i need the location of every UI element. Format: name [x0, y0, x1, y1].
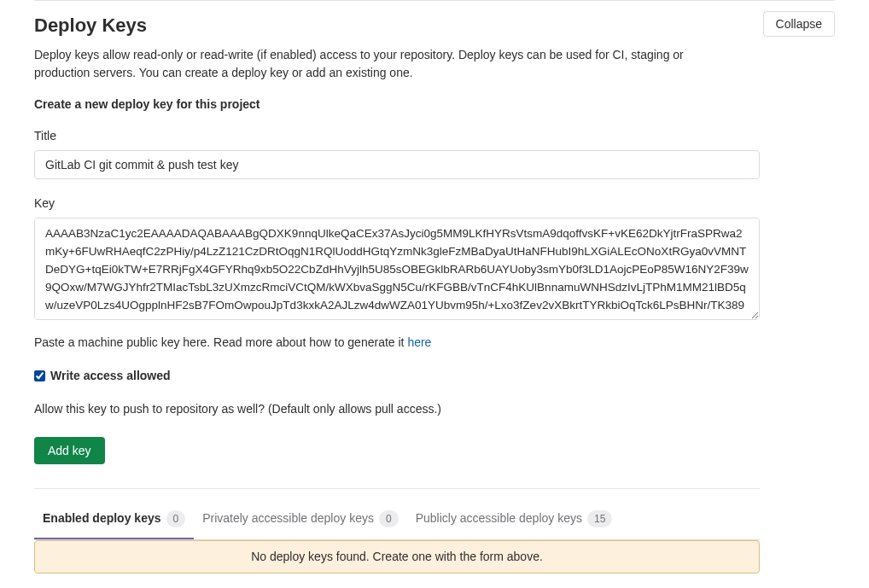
generate-key-link[interactable]: here: [407, 335, 431, 349]
private-count-badge: 0: [379, 510, 399, 527]
key-help-text: Paste a machine public key here. Read mo…: [34, 334, 760, 352]
add-key-button[interactable]: Add key: [34, 437, 105, 464]
enabled-count-badge: 0: [166, 510, 186, 527]
form-subtitle: Create a new deploy key for this project: [34, 96, 760, 114]
write-access-label: Write access allowed: [50, 367, 171, 385]
tab-enabled-keys[interactable]: Enabled deploy keys 0: [34, 501, 194, 539]
tab-public-keys[interactable]: Publicly accessible deploy keys 15: [407, 501, 621, 539]
tabs-container: Enabled deploy keys 0 Privately accessib…: [34, 501, 760, 540]
empty-state-message: No deploy keys found. Create one with th…: [34, 540, 760, 573]
key-textarea[interactable]: AAAAB3NzaC1yc2EAAAADAQABAAABgQDXK9nnqUlk…: [34, 218, 760, 320]
title-label: Title: [34, 127, 760, 145]
tab-private-keys[interactable]: Privately accessible deploy keys 0: [194, 501, 406, 539]
collapse-button[interactable]: Collapse: [763, 11, 835, 37]
write-access-help: Allow this key to push to repository as …: [34, 400, 760, 418]
section-title: Deploy Keys: [34, 11, 147, 39]
public-count-badge: 15: [587, 510, 612, 527]
write-access-checkbox[interactable]: [34, 370, 45, 381]
section-description: Deploy keys allow read-only or read-writ…: [34, 46, 743, 82]
key-label: Key: [34, 195, 760, 212]
title-input[interactable]: [34, 150, 760, 179]
